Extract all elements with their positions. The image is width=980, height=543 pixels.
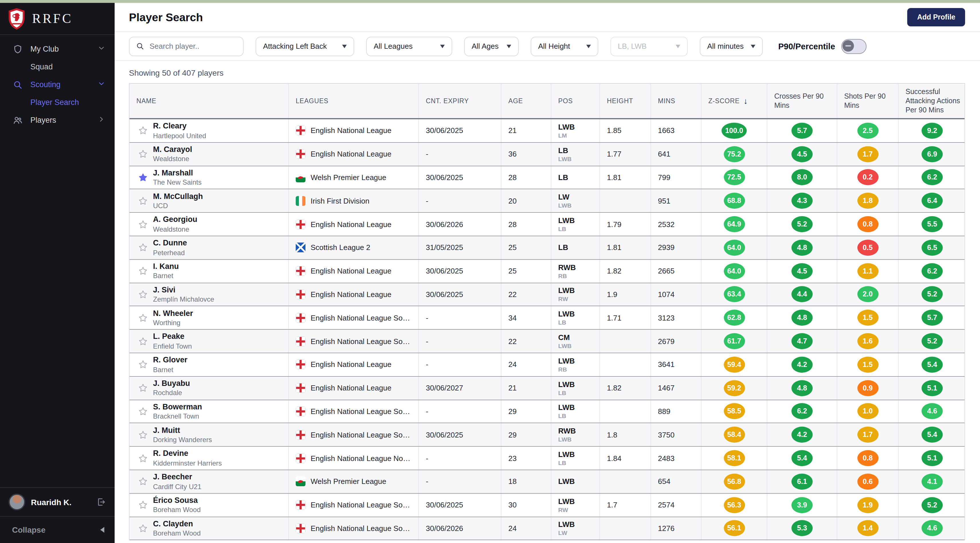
saa-badge: 9.2: [921, 123, 943, 139]
table-row[interactable]: R. Cleary Hartlepool United English Nati…: [129, 119, 964, 143]
table-row[interactable]: A. Georgiou Wealdstone English National …: [129, 213, 964, 236]
sort-descending-icon: ↓: [744, 96, 748, 105]
league-flag-icon: [296, 243, 305, 253]
search-input[interactable]: [150, 42, 237, 51]
player-mins: 2574: [651, 494, 701, 517]
favorite-star-button[interactable]: [132, 126, 153, 135]
favorite-star-button[interactable]: [132, 524, 153, 533]
table-row[interactable]: M. McCullagh UCD Irish First Division - …: [129, 189, 964, 213]
league-flag-icon: [296, 313, 305, 323]
table-row[interactable]: C. Dunne Peterhead Scottish League 2 31/…: [129, 236, 964, 260]
table-row[interactable]: J. Buyabu Rochdale English National Leag…: [129, 377, 964, 400]
player-height: 1.9: [600, 283, 651, 306]
column-header-crosses[interactable]: Crosses Per 90 Mins: [767, 84, 837, 118]
user-profile-row[interactable]: Ruaridh K.: [0, 487, 115, 516]
collapse-label: Collapse: [12, 525, 46, 534]
column-header-mins[interactable]: MINS: [651, 84, 701, 118]
column-header-saa[interactable]: Successful Attacking Actions Per 90 Mins: [898, 84, 966, 118]
page-title: Player Search: [129, 11, 203, 24]
column-header-cnt-expiry[interactable]: CNT. EXPIRY: [418, 84, 501, 118]
position-filter-dropdown[interactable]: Attacking Left Back: [256, 37, 354, 56]
player-club: UCD: [153, 202, 203, 210]
filter-bar: Attacking Left Back All Leagues All Ages…: [115, 32, 980, 61]
position-primary: LWB: [558, 287, 575, 295]
main-content: Player Search Add Profile Attacking Left…: [115, 3, 980, 543]
position-primary: RWB: [558, 263, 576, 272]
add-profile-button[interactable]: Add Profile: [907, 8, 965, 26]
favorite-star-button[interactable]: [132, 173, 153, 182]
table-row[interactable]: J. Beecher Cardiff City U21 Welsh Premie…: [129, 470, 964, 494]
table-row[interactable]: J. Muitt Dorking Wanderers English Natio…: [129, 424, 964, 447]
table-row[interactable]: L. Peake Enfield Town English National L…: [129, 330, 964, 353]
height-filter-dropdown[interactable]: All Height: [531, 37, 598, 56]
favorite-star-button[interactable]: [132, 196, 153, 206]
favorite-star-button[interactable]: [132, 430, 153, 440]
player-name: J. Beecher: [153, 473, 202, 481]
sidebar-item-my-club[interactable]: My Club: [0, 40, 115, 58]
sidebar-item-player-search[interactable]: Player Search: [0, 94, 115, 111]
table-row[interactable]: Érico Sousa Boreham Wood English Nationa…: [129, 494, 964, 517]
player-mins: 951: [651, 189, 701, 212]
minutes-filter-dropdown[interactable]: All minutes: [700, 37, 763, 56]
crosses-badge: 5.3: [791, 520, 813, 537]
favorite-star-button[interactable]: [132, 243, 153, 253]
sidebar-item-label: Player Search: [30, 98, 105, 107]
column-header-shots[interactable]: Shots Per 90 Mins: [837, 84, 898, 118]
brand-name: RRFC: [32, 11, 73, 26]
favorite-star-button[interactable]: [132, 266, 153, 276]
table-row[interactable]: I. Kanu Barnet English National League 3…: [129, 260, 964, 283]
league-name: English National League: [310, 126, 391, 135]
contract-expiry: 30/06/2025: [418, 424, 501, 446]
table-row[interactable]: R. Glover Barnet English National League…: [129, 353, 964, 377]
sidebar-item-squad[interactable]: Squad: [0, 58, 115, 76]
leagues-filter-dropdown[interactable]: All Leagues: [366, 37, 452, 56]
favorite-star-button[interactable]: [132, 406, 153, 416]
league-name: Welsh Premier League: [310, 173, 386, 182]
ages-filter-dropdown[interactable]: All Ages: [464, 37, 519, 56]
sidebar-item-players[interactable]: Players: [0, 111, 115, 129]
table-row[interactable]: J. Marshall The New Saints Welsh Premier…: [129, 166, 964, 189]
league-name: English National League So…: [310, 500, 410, 509]
saa-badge: 5.2: [921, 497, 943, 513]
contract-expiry: -: [418, 306, 501, 330]
favorite-star-button[interactable]: [132, 500, 153, 510]
saa-badge: 5.7: [921, 310, 943, 326]
toggle-knob: [842, 40, 854, 52]
logout-icon[interactable]: [96, 497, 106, 507]
column-header-pos[interactable]: POS: [551, 84, 600, 118]
favorite-star-button[interactable]: [132, 383, 153, 393]
table-row[interactable]: N. Wheeler Worthing English National Lea…: [129, 306, 964, 330]
crosses-badge: 5.4: [791, 450, 813, 466]
search-box[interactable]: [129, 37, 243, 56]
column-header-name[interactable]: NAME: [129, 84, 288, 118]
table-row[interactable]: J. Sivi Zemplín Michalovce English Natio…: [129, 283, 964, 306]
club-crest-icon: [8, 8, 26, 30]
favorite-star-button[interactable]: [132, 453, 153, 463]
player-club: Peterhead: [153, 248, 187, 256]
shots-badge: 2.0: [857, 287, 878, 303]
favorite-star-button[interactable]: [132, 219, 153, 229]
favorite-star-button[interactable]: [132, 336, 153, 346]
favorite-star-button[interactable]: [132, 360, 153, 369]
club-logo-row: RRFC: [0, 3, 115, 35]
p90-percentile-toggle[interactable]: [841, 39, 867, 54]
column-header-z-score[interactable]: Z-SCORE ↓: [701, 84, 767, 118]
favorite-star-button[interactable]: [132, 477, 153, 487]
sidebar-item-scouting[interactable]: Scouting: [0, 76, 115, 94]
favorite-star-button[interactable]: [132, 290, 153, 299]
favorite-star-button[interactable]: [132, 313, 153, 323]
position-primary: LWB: [558, 520, 575, 529]
table-row[interactable]: C. Clayden Boreham Wood English National…: [129, 517, 964, 540]
table-row[interactable]: M. Carayol Wealdstone English National L…: [129, 143, 964, 166]
table-row[interactable]: R. Devine Kidderminster Harriers English…: [129, 447, 964, 470]
column-header-height[interactable]: HEIGHT: [600, 84, 651, 118]
search-icon: [12, 79, 23, 90]
player-height: 1.81: [600, 236, 651, 259]
player-mins: 1467: [651, 377, 701, 400]
column-header-age[interactable]: AGE: [501, 84, 551, 118]
favorite-star-button[interactable]: [132, 149, 153, 159]
column-header-leagues[interactable]: LEAGUES: [288, 84, 418, 118]
shots-badge: 0.6: [857, 474, 878, 490]
sidebar-collapse-button[interactable]: Collapse: [0, 516, 115, 543]
table-row[interactable]: S. Bowerman Bracknell Town English Natio…: [129, 400, 964, 424]
